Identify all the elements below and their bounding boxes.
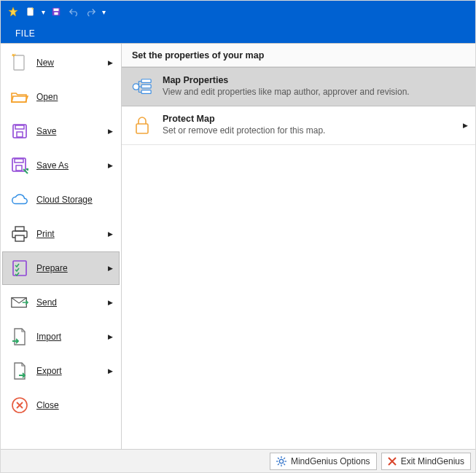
svg-point-23 <box>133 84 138 90</box>
qat-new-doc-icon[interactable] <box>23 4 39 20</box>
chevron-right-icon: ▶ <box>463 122 468 129</box>
sidebar-item-label: Export <box>36 366 62 376</box>
svg-rect-24 <box>136 124 148 133</box>
svg-rect-16 <box>15 235 24 241</box>
svg-rect-20 <box>141 79 151 83</box>
svg-marker-7 <box>12 53 16 58</box>
sidebar-item-cloud-storage[interactable]: Cloud Storage <box>2 183 120 216</box>
backstage-body: New ▶ Open Save ▶ Save As <box>1 43 475 449</box>
exit-button[interactable]: Exit MindGenius <box>381 453 471 470</box>
file-tab[interactable]: FILE <box>8 24 42 43</box>
content-item-text: Map Properties View and edit properties … <box>163 75 465 97</box>
chevron-right-icon: ▶ <box>108 367 113 375</box>
sidebar-item-label: Cloud Storage <box>36 195 93 205</box>
save-as-icon <box>10 156 29 175</box>
close-icon <box>10 396 29 415</box>
svg-rect-12 <box>15 159 23 163</box>
svg-line-33 <box>284 458 285 459</box>
file-menu-sidebar: New ▶ Open Save ▶ Save As <box>1 44 121 449</box>
sidebar-item-label: New <box>36 58 54 68</box>
chevron-right-icon: ▶ <box>108 333 113 340</box>
sidebar-item-label: Prepare <box>36 263 68 273</box>
svg-rect-17 <box>13 261 26 275</box>
save-icon <box>10 122 29 141</box>
qat-star-icon[interactable] <box>5 4 21 20</box>
content-item-title: Protect Map <box>163 114 465 124</box>
lock-icon <box>132 115 152 136</box>
app-window: ▾ ▾ FILE New ▶ <box>0 0 476 473</box>
prepare-panel: Set the properties of your map Map Prope… <box>121 44 475 449</box>
print-icon <box>10 224 29 243</box>
sidebar-item-import[interactable]: Import ▶ <box>2 320 120 353</box>
content-item-text: Protect Map Set or remove edit protectio… <box>163 114 465 136</box>
import-icon <box>10 327 29 346</box>
sidebar-item-print[interactable]: Print ▶ <box>2 217 120 251</box>
sidebar-item-send[interactable]: Send ▶ <box>2 286 120 319</box>
qat-separator: ▾ <box>40 8 47 16</box>
qat-customize-chevron[interactable]: ▾ <box>101 8 107 16</box>
svg-rect-21 <box>141 85 151 88</box>
chevron-right-icon: ▶ <box>108 299 113 306</box>
properties-icon <box>132 77 152 97</box>
svg-rect-6 <box>14 55 24 70</box>
content-item-desc: Set or remove edit protection for this m… <box>163 125 465 136</box>
sidebar-item-close[interactable]: Close <box>2 388 120 422</box>
sidebar-item-prepare[interactable]: Prepare ▶ <box>2 251 120 285</box>
svg-rect-9 <box>15 125 24 129</box>
chevron-right-icon: ▶ <box>108 265 113 272</box>
gear-icon <box>276 456 286 466</box>
sidebar-item-label: Open <box>36 92 58 102</box>
sidebar-item-save[interactable]: Save ▶ <box>2 114 120 148</box>
exit-button-label: Exit MindGenius <box>401 456 464 466</box>
sidebar-item-label: Save As <box>36 160 69 171</box>
backstage-footer: MindGenius Options Exit MindGenius <box>1 449 475 472</box>
cloud-icon <box>10 190 29 209</box>
titlebar: ▾ ▾ <box>1 1 475 23</box>
sidebar-item-label: Print <box>36 229 55 239</box>
chevron-right-icon: ▶ <box>108 230 113 238</box>
sidebar-item-open[interactable]: Open <box>2 80 120 114</box>
qat-redo-icon[interactable] <box>83 4 99 20</box>
svg-rect-13 <box>16 165 22 171</box>
sidebar-item-save-as[interactable]: Save As ▶ <box>2 149 120 182</box>
svg-rect-10 <box>17 132 23 137</box>
folder-open-icon <box>10 87 29 106</box>
svg-marker-2 <box>32 7 34 10</box>
qat-undo-icon[interactable] <box>66 4 82 20</box>
content-item-protect-map[interactable]: Protect Map Set or remove edit protectio… <box>122 106 475 145</box>
svg-point-25 <box>279 459 283 463</box>
svg-rect-5 <box>54 12 58 15</box>
sidebar-item-label: Import <box>36 332 61 342</box>
close-x-icon <box>388 457 397 466</box>
chevron-right-icon: ▶ <box>108 128 113 135</box>
sidebar-item-label: Save <box>36 126 56 136</box>
export-icon <box>10 361 29 380</box>
chevron-right-icon: ▶ <box>108 162 113 169</box>
sidebar-item-export[interactable]: Export ▶ <box>2 354 120 388</box>
svg-rect-22 <box>141 90 151 94</box>
options-button-label: MindGenius Options <box>291 456 370 466</box>
sidebar-item-new[interactable]: New ▶ <box>2 46 120 79</box>
svg-line-30 <box>278 458 279 459</box>
chevron-right-icon: ▶ <box>108 59 113 66</box>
content-item-desc: View and edit properties like map author… <box>163 87 465 97</box>
envelope-icon <box>10 293 29 312</box>
new-doc-icon <box>10 53 29 72</box>
checklist-icon <box>10 259 29 278</box>
svg-rect-4 <box>54 9 59 12</box>
svg-rect-14 <box>15 227 24 231</box>
qat-save-icon[interactable] <box>48 4 64 20</box>
content-item-map-properties[interactable]: Map Properties View and edit properties … <box>122 67 475 106</box>
svg-line-32 <box>278 464 279 465</box>
ribbon-tabstrip: FILE <box>1 23 475 43</box>
svg-marker-0 <box>9 7 17 16</box>
options-button[interactable]: MindGenius Options <box>270 453 377 470</box>
content-item-title: Map Properties <box>163 75 465 85</box>
sidebar-item-label: Send <box>36 297 57 308</box>
panel-header: Set the properties of your map <box>122 44 475 67</box>
sidebar-item-label: Close <box>36 400 59 410</box>
svg-line-31 <box>284 464 285 465</box>
